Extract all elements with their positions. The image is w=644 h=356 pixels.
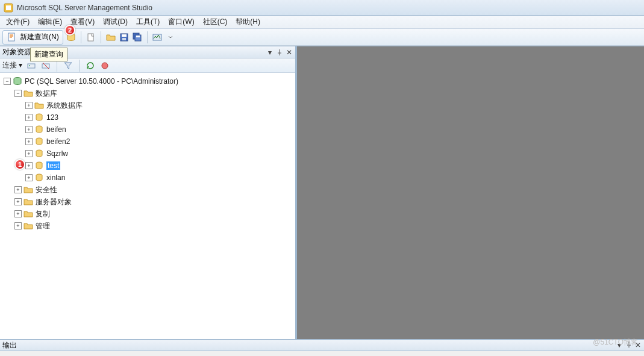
toolbar-separator — [101, 31, 101, 43]
annotation-marker-2: 2 — [64, 25, 75, 36]
tooltip-new-query: 新建查询 — [30, 48, 67, 61]
expand-icon[interactable]: + — [14, 210, 22, 217]
tree-db-node[interactable]: + Sqzrlw — [1, 148, 294, 160]
svg-point-13 — [29, 65, 30, 66]
tree-db-test-label: test — [46, 161, 60, 170]
tree-db-label: beifen — [46, 125, 66, 134]
svg-rect-7 — [122, 38, 126, 40]
tree-db-label: xinlan — [46, 173, 65, 182]
tree-db-node[interactable]: + beifen — [1, 123, 294, 136]
svg-rect-4 — [88, 34, 93, 41]
tree-db-node[interactable]: + 123 — [1, 111, 294, 123]
expand-icon[interactable]: + — [25, 150, 33, 157]
folder-icon — [23, 185, 33, 195]
tree-db-node[interactable]: + beifen2 — [1, 136, 294, 148]
tree-serverobjects-label: 服务器对象 — [36, 197, 72, 207]
menu-debug[interactable]: 调试(D) — [99, 16, 131, 28]
tree-db-test-node[interactable]: + test — [1, 160, 294, 172]
menu-bar: 文件(F) 编辑(E) 查看(V) 调试(D) 工具(T) 窗口(W) 社区(C… — [0, 16, 644, 29]
tree-security-label: 安全性 — [36, 185, 57, 195]
expand-icon[interactable]: + — [14, 222, 22, 230]
menu-edit[interactable]: 编辑(E) — [34, 16, 66, 28]
server-icon — [13, 77, 22, 86]
new-query-icon — [7, 32, 17, 43]
svg-rect-10 — [136, 36, 140, 37]
tree-server-label: PC (SQL Server 10.50.4000 - PC\Administr… — [25, 77, 178, 86]
database-icon — [34, 173, 44, 183]
tree-databases-node[interactable]: − 数据库 — [1, 87, 294, 99]
output-panel-header: 输出 ▾ ✕ — [0, 339, 644, 351]
new-file-icon[interactable] — [86, 32, 96, 43]
window-title: Microsoft SQL Server Management Studio — [17, 4, 152, 12]
collapse-icon[interactable]: − — [4, 78, 11, 85]
menu-tools[interactable]: 工具(T) — [133, 16, 163, 28]
svg-rect-12 — [28, 64, 35, 68]
save-all-icon[interactable] — [132, 32, 143, 43]
object-explorer-panel: 对象资源管理器 ▾ ✕ 连接 ▾ − PC (SQL Server 10.50.… — [0, 46, 297, 339]
new-query-button[interactable]: 新建查询(N) — [2, 30, 63, 45]
tree-db-label: beifen2 — [46, 137, 70, 146]
title-bar: Microsoft SQL Server Management Studio — [0, 0, 644, 16]
expand-icon[interactable]: + — [25, 126, 33, 133]
folder-icon — [23, 89, 33, 98]
expand-icon[interactable]: + — [25, 114, 33, 121]
tree-db-label: Sqzrlw — [46, 149, 68, 158]
annotation-marker-1: 1 — [14, 159, 25, 170]
panel-pin-icon[interactable] — [276, 49, 283, 56]
app-icon — [4, 3, 13, 13]
tree-db-label: 123 — [46, 113, 58, 122]
expand-icon[interactable]: + — [25, 174, 33, 181]
expand-icon[interactable]: + — [25, 162, 33, 169]
tree-management-node[interactable]: + 管理 — [1, 220, 294, 232]
folder-icon — [23, 221, 33, 231]
tree-security-node[interactable]: + 安全性 — [1, 184, 294, 196]
expand-icon[interactable]: + — [25, 138, 33, 145]
database-icon — [34, 137, 44, 146]
expand-icon[interactable]: + — [14, 186, 22, 193]
tree-replication-node[interactable]: + 复制 — [1, 208, 294, 220]
menu-community[interactable]: 社区(C) — [199, 16, 231, 28]
activity-monitor-icon[interactable] — [152, 32, 163, 43]
watermark: @51CTO博客 — [593, 337, 638, 348]
tree-server-node[interactable]: − PC (SQL Server 10.50.4000 - PC\Adminis… — [1, 75, 294, 87]
connect-icon[interactable] — [26, 60, 37, 71]
expand-icon[interactable]: + — [14, 198, 22, 205]
output-title: 输出 — [2, 340, 17, 351]
menu-help[interactable]: 帮助(H) — [232, 16, 264, 28]
database-icon — [34, 149, 44, 158]
save-icon[interactable] — [119, 32, 130, 43]
main-toolbar: 新建查询(N) 2 — [0, 29, 644, 46]
open-folder-icon[interactable] — [105, 32, 116, 43]
main-area: 对象资源管理器 ▾ ✕ 连接 ▾ − PC (SQL Server 10.50.… — [0, 46, 644, 339]
dropdown-arrow-icon[interactable] — [165, 32, 176, 43]
svg-point-16 — [102, 63, 108, 69]
connect-dropdown[interactable]: 连接 ▾ — [2, 60, 22, 70]
toolbar-separator — [81, 31, 81, 43]
menu-file[interactable]: 文件(F) — [2, 16, 33, 28]
svg-rect-6 — [122, 34, 127, 37]
disconnect-icon[interactable] — [40, 60, 51, 71]
expand-icon[interactable]: + — [25, 102, 33, 109]
folder-icon — [23, 209, 33, 219]
object-explorer-tree[interactable]: − PC (SQL Server 10.50.4000 - PC\Adminis… — [0, 73, 295, 339]
refresh-icon[interactable] — [85, 60, 96, 71]
tree-sysdb-label: 系统数据库 — [46, 101, 83, 111]
panel-dropdown-icon[interactable]: ▾ — [266, 49, 274, 56]
panel-close-icon[interactable]: ✕ — [286, 49, 293, 56]
menu-window[interactable]: 窗口(W) — [164, 16, 198, 28]
collapse-icon[interactable]: − — [14, 90, 22, 97]
tree-serverobjects-node[interactable]: + 服务器对象 — [1, 196, 294, 208]
tree-replication-label: 复制 — [36, 209, 50, 219]
tree-sysdb-node[interactable]: + 系统数据库 — [1, 99, 294, 111]
tree-management-label: 管理 — [36, 221, 50, 231]
stop-icon[interactable] — [99, 60, 110, 71]
toolbar-separator — [79, 60, 80, 72]
tree-db-node[interactable]: + xinlan — [1, 172, 294, 184]
folder-icon — [23, 197, 33, 207]
svg-rect-1 — [6, 5, 11, 10]
database-icon — [34, 161, 44, 170]
document-area — [297, 46, 644, 339]
database-icon — [34, 113, 44, 122]
filter-icon[interactable] — [63, 60, 73, 71]
output-panel-body — [0, 351, 644, 356]
